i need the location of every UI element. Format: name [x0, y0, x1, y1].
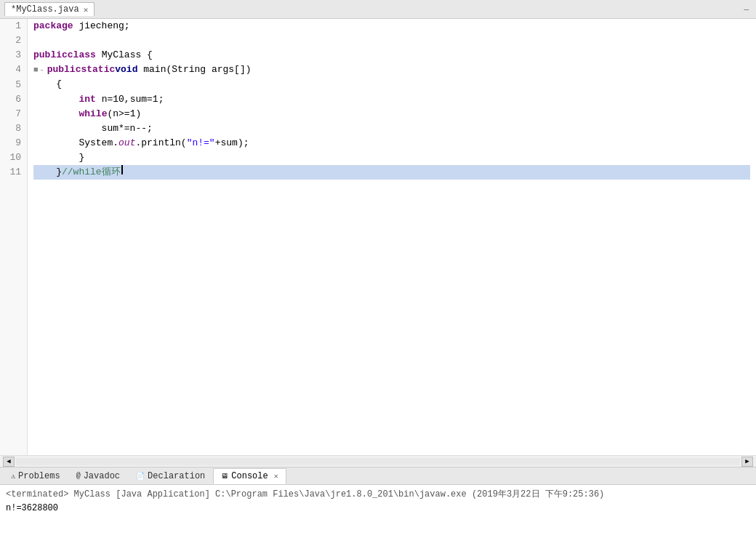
- line-number-3: 3: [6, 48, 21, 63]
- horizontal-scrollbar: ◀ ▶: [0, 455, 756, 467]
- editor-area: 1234567891011 package jiecheng;public cl…: [0, 19, 756, 467]
- bottom-tab-console[interactable]: 🖥Console✕: [213, 468, 286, 484]
- code-line-11: }//while循环: [33, 165, 750, 180]
- console-tab-label: Console: [231, 471, 268, 481]
- problems-tab-label: Problems: [18, 471, 60, 481]
- declaration-tab-icon: 📄: [136, 472, 145, 481]
- javadoc-tab-label: Javadoc: [84, 471, 120, 481]
- code-content[interactable]: package jiecheng;public class MyClass {■…: [28, 19, 756, 455]
- console-output-line: n!=3628800: [6, 502, 750, 515]
- scroll-right-arrow[interactable]: ▶: [741, 457, 753, 467]
- code-line-5: {: [33, 77, 750, 92]
- code-line-8: sum*=n--;: [33, 121, 750, 136]
- javadoc-tab-icon: @: [76, 472, 81, 480]
- code-line-10: }: [33, 150, 750, 165]
- minimize-button[interactable]: —: [741, 4, 752, 15]
- editor-tab[interactable]: *MyClass.java ✕: [4, 2, 94, 16]
- bottom-tab-problems[interactable]: ⚠Problems: [3, 468, 68, 484]
- console-output: <terminated> MyClass [Java Application] …: [0, 485, 756, 554]
- scroll-track[interactable]: [16, 458, 740, 465]
- line-number-10: 10: [6, 150, 21, 165]
- line-number-1: 1: [6, 19, 21, 33]
- code-line-6: int n=10,sum=1;: [33, 92, 750, 107]
- scroll-left-arrow[interactable]: ◀: [3, 457, 15, 467]
- line-number-7: 7: [6, 107, 21, 121]
- code-line-9: System.out.println("n!="+sum);: [33, 136, 750, 150]
- line-number-6: 6: [6, 92, 21, 107]
- console-tab-icon: 🖥: [221, 472, 228, 481]
- editor-tab-close-icon[interactable]: ✕: [84, 5, 89, 15]
- bottom-tabs-bar: ⚠Problems@Javadoc📄Declaration🖥Console✕: [0, 467, 756, 485]
- bottom-tab-javadoc[interactable]: @Javadoc: [68, 468, 128, 484]
- line-number-9: 9: [6, 136, 21, 150]
- bottom-panel: ⚠Problems@Javadoc📄Declaration🖥Console✕ <…: [0, 467, 756, 554]
- declaration-tab-label: Declaration: [148, 471, 205, 481]
- code-line-1: package jiecheng;: [33, 19, 750, 33]
- console-status-line: <terminated> MyClass [Java Application] …: [6, 488, 750, 502]
- code-line-7: while(n>=1): [33, 107, 750, 121]
- console-close-button[interactable]: ✕: [274, 472, 278, 481]
- title-bar: *MyClass.java ✕ —: [0, 0, 756, 19]
- editor-tab-label: *MyClass.java: [11, 4, 79, 15]
- problems-tab-icon: ⚠: [11, 472, 15, 481]
- line-number-11: 11: [6, 165, 21, 180]
- bottom-tab-declaration[interactable]: 📄Declaration: [128, 468, 213, 484]
- line-number-5: 5: [6, 78, 21, 92]
- code-container: 1234567891011 package jiecheng;public cl…: [0, 19, 756, 455]
- code-line-2: [33, 33, 750, 48]
- line-number-8: 8: [6, 121, 21, 136]
- line-number-2: 2: [6, 33, 21, 48]
- code-line-4: ■- public static void main(String args[]…: [33, 63, 750, 77]
- line-number-4: 4: [6, 63, 21, 77]
- line-numbers: 1234567891011: [0, 19, 28, 455]
- code-line-3: public class MyClass {: [33, 48, 750, 63]
